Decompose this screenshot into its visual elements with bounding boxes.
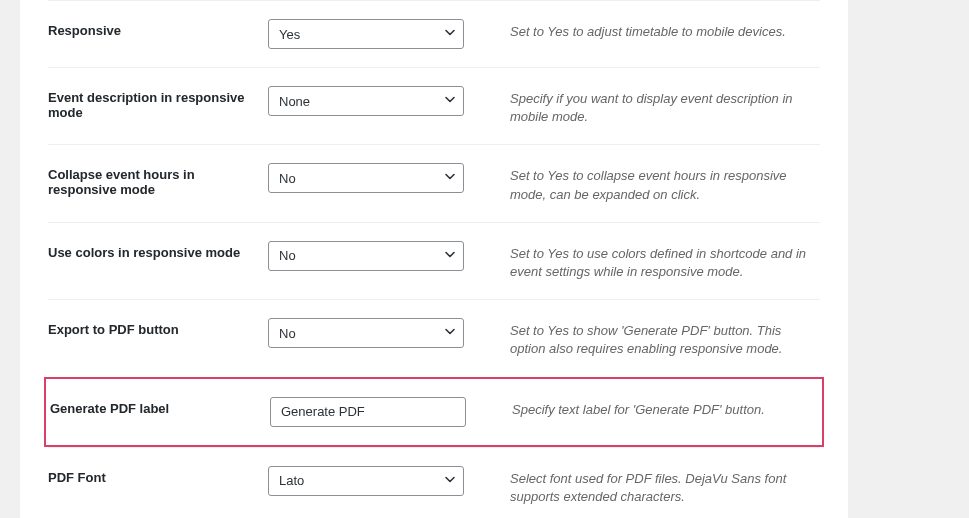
select-collapse-hours-value: No (268, 163, 464, 193)
input-generate-pdf-label[interactable] (270, 397, 466, 427)
control-pdf-font: Lato (268, 466, 468, 496)
select-event-description[interactable]: None (268, 86, 464, 116)
select-responsive-value: Yes (268, 19, 464, 49)
select-event-description-value: None (268, 86, 464, 116)
label-use-colors: Use colors in responsive mode (48, 241, 268, 260)
control-generate-pdf-label (270, 397, 470, 427)
control-export-pdf: No (268, 318, 468, 348)
label-collapse-hours: Collapse event hours in responsive mode (48, 163, 268, 197)
desc-event-description: Specify if you want to display event des… (468, 86, 820, 126)
row-responsive: Responsive Yes Set to Yes to adjust time… (48, 0, 820, 67)
desc-collapse-hours: Set to Yes to collapse event hours in re… (468, 163, 820, 203)
label-responsive: Responsive (48, 19, 268, 38)
label-export-pdf: Export to PDF button (48, 318, 268, 337)
desc-generate-pdf-label: Specify text label for 'Generate PDF' bu… (470, 397, 818, 419)
label-generate-pdf-label: Generate PDF label (50, 397, 270, 416)
label-pdf-font: PDF Font (48, 466, 268, 485)
desc-use-colors: Set to Yes to use colors defined in shor… (468, 241, 820, 281)
row-pdf-font: PDF Font Lato Select font used for PDF f… (48, 447, 820, 519)
row-event-description: Event description in responsive mode Non… (48, 67, 820, 144)
settings-panel: Responsive Yes Set to Yes to adjust time… (20, 0, 848, 518)
control-collapse-hours: No (268, 163, 468, 193)
select-collapse-hours[interactable]: No (268, 163, 464, 193)
row-collapse-hours: Collapse event hours in responsive mode … (48, 144, 820, 221)
desc-export-pdf: Set to Yes to show 'Generate PDF' button… (468, 318, 820, 358)
control-event-description: None (268, 86, 468, 116)
row-use-colors: Use colors in responsive mode No Set to … (48, 222, 820, 299)
select-pdf-font[interactable]: Lato (268, 466, 464, 496)
desc-pdf-font: Select font used for PDF files. DejaVu S… (468, 466, 820, 506)
select-export-pdf-value: No (268, 318, 464, 348)
row-export-pdf: Export to PDF button No Set to Yes to sh… (48, 299, 820, 376)
select-use-colors[interactable]: No (268, 241, 464, 271)
row-generate-pdf-label-highlight: Generate PDF label Specify text label fo… (44, 377, 824, 447)
select-responsive[interactable]: Yes (268, 19, 464, 49)
select-pdf-font-value: Lato (268, 466, 464, 496)
control-use-colors: No (268, 241, 468, 271)
control-responsive: Yes (268, 19, 468, 49)
select-export-pdf[interactable]: No (268, 318, 464, 348)
select-use-colors-value: No (268, 241, 464, 271)
desc-responsive: Set to Yes to adjust timetable to mobile… (468, 19, 820, 41)
label-event-description: Event description in responsive mode (48, 86, 268, 120)
